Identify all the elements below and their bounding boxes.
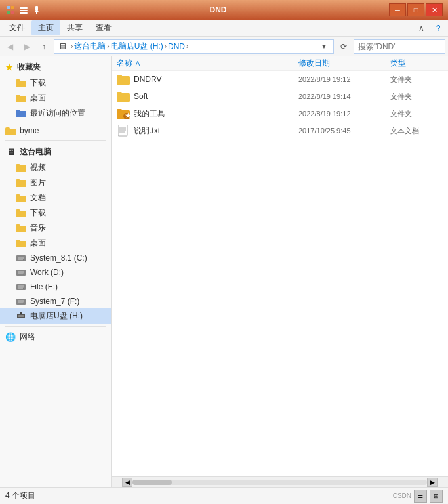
sidebar-item-pictures[interactable]: 图片 — [0, 175, 111, 190]
help-button[interactable]: ? — [431, 21, 445, 35]
window-title: DND — [47, 5, 389, 14]
pictures-icon — [16, 178, 26, 188]
table-row[interactable]: Soft 2022/8/19 19:14 文件夹 — [112, 88, 448, 105]
col-header-name[interactable]: 名称 ∧ — [117, 58, 298, 69]
menu-bar: 文件 主页 共享 查看 ∧ ? — [0, 20, 448, 37]
download-folder-icon — [16, 78, 26, 89]
horizontal-scrollbar[interactable]: ◀ ▶ — [112, 476, 448, 487]
svg-rect-7 — [35, 6, 38, 10]
computer-icon: 🖥 — [5, 147, 16, 158]
svg-rect-3 — [11, 10, 14, 14]
titlebar-app-icons — [5, 5, 42, 15]
search-box[interactable]: 🔍 — [354, 39, 445, 54]
sidebar-item-desktop-favorites[interactable]: 桌面 — [0, 91, 111, 106]
menu-share[interactable]: 共享 — [60, 20, 89, 35]
special-folder-icon: ★ — [117, 107, 130, 120]
sidebar-item-music[interactable]: 音乐 — [0, 220, 111, 236]
collapse-ribbon-button[interactable]: ∧ — [414, 21, 428, 35]
svg-rect-6 — [20, 12, 28, 14]
close-button[interactable]: ✕ — [426, 3, 443, 16]
sidebar-item-network[interactable]: 🌐 网络 — [0, 329, 111, 345]
status-bar: 4 个项目 CSDN ☰ ⊞ — [0, 487, 448, 504]
maximize-button[interactable]: □ — [407, 3, 424, 16]
hscroll-left-btn[interactable]: ◀ — [122, 478, 132, 487]
address-path[interactable]: 🖥 › 这台电脑 › 电脑店U盘 (H:) › DND › ▼ — [54, 39, 334, 54]
sort-arrow: ∧ — [134, 61, 141, 67]
refresh-button[interactable]: ⟳ — [336, 39, 351, 54]
search-input[interactable] — [358, 42, 448, 51]
svg-point-21 — [23, 302, 24, 303]
byme-folder-icon — [5, 125, 16, 136]
sidebar-item-drive-e[interactable]: File (E:) — [0, 280, 111, 294]
svg-rect-2 — [7, 10, 10, 14]
documents-icon — [16, 193, 26, 203]
computer-path-icon: 🖥 — [58, 41, 67, 51]
path-segment-dnd[interactable]: DND — [168, 42, 185, 51]
nav-up-button[interactable]: ↑ — [37, 39, 51, 54]
hscroll-track[interactable] — [132, 480, 427, 485]
svg-rect-30 — [117, 109, 122, 112]
table-row[interactable]: 说明.txt 2017/10/25 9:45 文本文档 — [112, 122, 448, 139]
svg-rect-1 — [11, 6, 14, 9]
favorites-header[interactable]: ★ 收藏夹 — [0, 59, 111, 75]
downloads-icon — [16, 208, 26, 219]
sidebar: ★ 收藏夹 下载 桌面 最近访问的位置 — [0, 56, 112, 487]
videos-icon — [16, 163, 26, 173]
sidebar-item-drive-h[interactable]: 电脑店U盘 (H:) — [0, 308, 111, 324]
svg-rect-28 — [117, 92, 122, 94]
svg-rect-24 — [20, 312, 22, 314]
path-segment-drive[interactable]: 电脑店U盘 (H:) — [111, 41, 163, 52]
hscroll-thumb[interactable] — [132, 480, 172, 485]
window-controls: ─ □ ✕ — [389, 3, 443, 16]
svg-point-15 — [23, 273, 24, 274]
col-header-type[interactable]: 类型 — [390, 58, 443, 69]
nav-forward-button[interactable]: ▶ — [20, 39, 34, 54]
sidebar-item-download-favorites[interactable]: 下载 — [0, 75, 111, 91]
sidebar-item-recent[interactable]: 最近访问的位置 — [0, 106, 111, 121]
computer-header[interactable]: 🖥 这台电脑 — [0, 144, 111, 160]
desktop-pc-icon — [16, 238, 26, 249]
svg-rect-4 — [20, 7, 28, 9]
drive-c-icon — [16, 253, 26, 263]
pin-icon[interactable] — [31, 5, 42, 15]
menu-view[interactable]: 查看 — [89, 20, 118, 35]
star-icon: ★ — [5, 62, 13, 72]
path-segment-computer[interactable]: 这台电脑 — [74, 41, 106, 52]
table-row[interactable]: ★ 我的工具 2022/8/19 19:12 文件夹 — [112, 105, 448, 122]
view-grid-icon[interactable]: ⊞ — [430, 490, 443, 503]
recent-icon — [16, 108, 26, 119]
sidebar-item-byme[interactable]: byme — [0, 123, 111, 138]
view-list-icon[interactable]: ☰ — [414, 490, 427, 503]
minimize-button[interactable]: ─ — [389, 3, 406, 16]
svg-point-12 — [23, 259, 24, 260]
sidebar-item-downloads[interactable]: 下载 — [0, 205, 111, 220]
table-row[interactable]: DNDRV 2022/8/19 19:12 文件夹 — [112, 71, 448, 88]
sidebar-item-drive-f[interactable]: System_7 (F:) — [0, 294, 111, 308]
desktop-folder-icon — [16, 93, 26, 104]
folder-icon — [117, 73, 130, 86]
sidebar-item-drive-d[interactable]: Work (D:) — [0, 265, 111, 280]
sidebar-item-drive-c[interactable]: System_8.1 (C:) — [0, 251, 111, 265]
stack-icon[interactable] — [18, 5, 29, 15]
svg-text:★: ★ — [125, 111, 130, 119]
menu-file[interactable]: 文件 — [3, 20, 31, 35]
svg-rect-9 — [36, 12, 37, 14]
drive-e-icon — [16, 282, 26, 292]
path-dropdown-button[interactable]: ▼ — [319, 41, 329, 52]
sidebar-item-documents[interactable]: 文档 — [0, 190, 111, 205]
usb-drive-icon — [16, 311, 26, 322]
content-area: 名称 ∧ 修改日期 类型 DNDRV 2022/8/1 — [112, 56, 448, 487]
favorites-section: ★ 收藏夹 下载 桌面 最近访问的位置 — [0, 59, 111, 121]
sidebar-item-desktop-pc[interactable]: 桌面 — [0, 236, 111, 251]
title-bar: DND ─ □ ✕ — [0, 0, 448, 20]
menu-home[interactable]: 主页 — [31, 20, 60, 35]
svg-rect-0 — [7, 6, 10, 9]
sidebar-item-videos[interactable]: 视频 — [0, 160, 111, 175]
hscroll-right-btn[interactable]: ▶ — [427, 478, 438, 487]
col-header-date[interactable]: 修改日期 — [298, 58, 390, 69]
sidebar-divider-2 — [5, 326, 106, 327]
nav-back-button[interactable]: ◀ — [3, 39, 17, 54]
watermark: CSDN — [393, 492, 411, 499]
app-icon — [5, 5, 16, 15]
svg-rect-5 — [20, 10, 28, 11]
